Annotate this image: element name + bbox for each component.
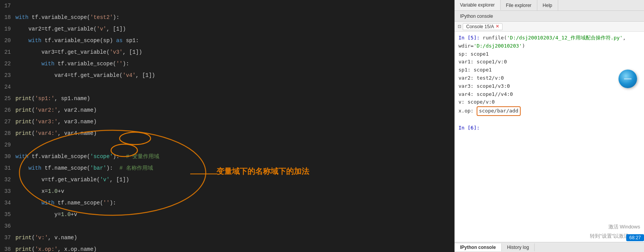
code-line-24: 24 bbox=[0, 81, 454, 93]
tab-file-explorer[interactable]: File explorer bbox=[501, 0, 537, 10]
code-line-25: 25 print('sp1:', sp1.name) bbox=[0, 93, 454, 104]
console-close-icon[interactable]: ✕ bbox=[496, 24, 499, 29]
code-line-30: 30 with tf.variable_scope('scope'): # 变量… bbox=[0, 151, 454, 162]
console-tab-icon: ⊡ bbox=[458, 24, 461, 29]
console-output-sp: sp: scope1 bbox=[458, 50, 640, 58]
console-tab-active[interactable]: Console 15/A ✕ bbox=[463, 23, 503, 30]
console-output-blank bbox=[458, 116, 640, 124]
tab-variable-explorer[interactable]: Variable explorer bbox=[455, 0, 501, 10]
code-line-26: 26 print('var2:', var2.name) bbox=[0, 104, 454, 116]
code-line-33: 33 x=1.0+v bbox=[0, 186, 454, 197]
code-line-22: 22 with tf.variable_scope(''): bbox=[0, 58, 454, 70]
right-panel-tabs: Variable explorer File explorer Help bbox=[455, 0, 644, 11]
console-output-var1: var1: scope1/v:0 bbox=[458, 58, 640, 66]
console-output-var4: var4: scope1//v4:0 bbox=[458, 90, 640, 99]
tab-help[interactable]: Help bbox=[537, 0, 558, 10]
code-line-38: 38 print('x.op:', x.op.name) bbox=[0, 243, 454, 252]
console-input-6: In [6]: bbox=[458, 124, 640, 132]
code-line-18: 18 with tf.variable_scope('test2'): bbox=[0, 12, 454, 23]
code-line-34: 34 with tf.name_scope(''): bbox=[0, 197, 454, 209]
blue-circle-inner bbox=[624, 78, 632, 80]
code-line-27: 27 print('var3:', var3.name) bbox=[0, 116, 454, 128]
console-content[interactable]: In [5]: runfile('D:/dsj20010203/4_12_作用域… bbox=[455, 32, 644, 242]
code-editor: 17 18 with tf.variable_scope('test2'): 1… bbox=[0, 0, 455, 252]
console-output-sp1: sp1: scope1 bbox=[458, 66, 640, 74]
code-line-29: 29 bbox=[0, 139, 454, 151]
code-line-19: 19 var2=tf.get_variable('v', [1]) bbox=[0, 23, 454, 35]
code-line-37: 37 print('v:', v.name) bbox=[0, 232, 454, 243]
console-output-v: v: scope/v:0 bbox=[458, 98, 640, 106]
code-line-35: 35 y=1.0+v bbox=[0, 209, 454, 220]
code-line-28: 28 print('var4:', var4.name) bbox=[0, 128, 454, 139]
code-line-23: 23 var4=tf.get_variable('v4', [1]) bbox=[0, 70, 454, 81]
code-line-31: 31 with tf.name_scope('bar'): # 名称作用域 bbox=[0, 162, 454, 174]
code-line-20: 20 with tf.variable_scope(sp) as sp1: bbox=[0, 35, 454, 46]
watermark-line1: 激活 Windows bbox=[590, 222, 640, 231]
bottom-tab-ipython[interactable]: IPython console bbox=[455, 243, 502, 251]
console-tab-bar: ⊡ Console 15/A ✕ bbox=[455, 22, 644, 32]
bottom-tabs: IPython console History log bbox=[455, 242, 644, 252]
bottom-tab-history[interactable]: History log bbox=[502, 243, 535, 251]
console-output-xop: x.op: scope/bar/add bbox=[458, 106, 640, 116]
console-tab-label: Console 15/A bbox=[466, 24, 494, 29]
code-area: 17 18 with tf.variable_scope('test2'): 1… bbox=[0, 0, 454, 252]
time-badge: 68:27 bbox=[626, 234, 644, 241]
blue-circle-decoration bbox=[618, 70, 637, 88]
right-panel: Variable explorer File explorer Help IPy… bbox=[455, 0, 644, 252]
console-output-var3: var3: scope1/v3:0 bbox=[458, 82, 640, 90]
code-line-32: 32 v=tf.get_variable('v', [1]) bbox=[0, 174, 454, 186]
code-line-21: 21 var3=tf.get_variable('v3', [1]) bbox=[0, 46, 454, 58]
code-line-36: 36 bbox=[0, 220, 454, 232]
console-label: IPython console bbox=[455, 11, 644, 22]
console-output-var2: var2: test2/v:0 bbox=[458, 74, 640, 82]
code-line-17: 17 bbox=[0, 0, 454, 12]
console-output-line-1: In [5]: runfile('D:/dsj20010203/4_12_作用域… bbox=[458, 34, 640, 50]
